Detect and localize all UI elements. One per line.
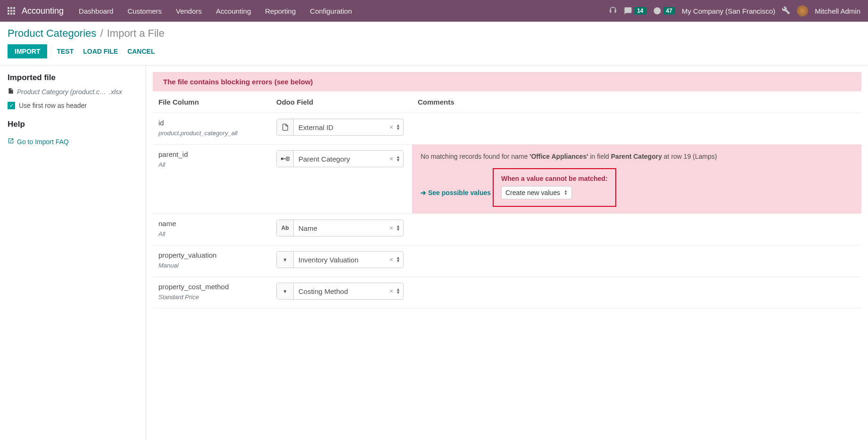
mapping-table: File Column Odoo Field Comments id produ…	[153, 91, 861, 309]
breadcrumb: Product Categories / Import a File	[8, 27, 860, 40]
file-column-name: parent_id	[158, 150, 265, 158]
caret-icon[interactable]: ▲▼	[395, 225, 403, 231]
messages-count: 14	[634, 7, 646, 15]
mismatch-select[interactable]: Create new values ▲▼	[501, 186, 572, 199]
clear-icon[interactable]: ×	[388, 123, 395, 131]
caret-icon[interactable]: ▲▼	[395, 288, 403, 294]
nav-customers[interactable]: Customers	[127, 7, 162, 15]
mismatch-label: When a value cannot be matched:	[501, 175, 608, 182]
th-comments: Comments	[412, 91, 861, 113]
breadcrumb-parent[interactable]: Product Categories	[8, 27, 96, 39]
table-row: property_valuation Manual Inventory Valu…	[153, 245, 861, 277]
action-buttons: IMPORT TEST LOAD FILE CANCEL	[8, 44, 860, 58]
select-type-icon	[277, 252, 294, 268]
external-link-icon	[8, 138, 14, 146]
svg-rect-1	[10, 7, 12, 9]
cancel-button[interactable]: CANCEL	[127, 48, 155, 55]
header-checkbox-label: Use first row as header	[19, 102, 87, 109]
mismatch-box: When a value cannot be matched: Create n…	[493, 168, 616, 207]
field-select[interactable]: Costing Method × ▲▼	[276, 283, 404, 300]
nav-dashboard[interactable]: Dashboard	[79, 7, 113, 15]
company-selector[interactable]: My Company (San Francisco)	[682, 7, 775, 15]
see-possible-values-link[interactable]: ➔ See possible values	[421, 189, 491, 196]
debug-icon[interactable]	[782, 6, 790, 16]
clear-icon[interactable]: ×	[388, 155, 395, 163]
field-value: Inventory Valuation	[294, 256, 388, 264]
clear-icon[interactable]: ×	[388, 256, 395, 263]
mismatch-value: Create new values	[505, 189, 560, 196]
support-icon[interactable]	[609, 6, 617, 16]
content: The file contains blocking errors (see b…	[146, 65, 868, 440]
nav-vendors[interactable]: Vendors	[176, 7, 202, 15]
control-panel: Product Categories / Import a File IMPOR…	[0, 22, 868, 65]
file-column-sample: product.product_category_all	[158, 130, 265, 137]
text-type-icon: Ab	[277, 220, 294, 236]
test-button[interactable]: TEST	[57, 48, 74, 55]
table-row: id product.product_category_all External…	[153, 113, 861, 145]
field-select[interactable]: Inventory Valuation × ▲▼	[276, 251, 404, 268]
file-icon	[8, 87, 14, 96]
activities-count: 47	[663, 7, 675, 15]
file-type-icon	[277, 119, 294, 135]
field-value: External ID	[294, 123, 388, 131]
svg-rect-6	[8, 13, 9, 15]
file-column-name: id	[158, 119, 265, 127]
caret-icon[interactable]: ▲▼	[395, 124, 403, 130]
select-type-icon	[277, 283, 294, 299]
th-odoo-field: Odoo Field	[271, 91, 412, 113]
nav-menu: Dashboard Customers Vendors Accounting R…	[79, 7, 609, 15]
app-brand[interactable]: Accounting	[22, 6, 64, 16]
svg-rect-7	[10, 13, 12, 15]
checkbox-icon[interactable]: ✓	[8, 102, 15, 109]
faq-link-text: Go to Import FAQ	[17, 138, 69, 146]
file-column-name: name	[158, 220, 265, 228]
table-row: property_cost_method Standard Price Cost…	[153, 277, 861, 309]
field-select[interactable]: External ID × ▲▼	[276, 119, 404, 136]
clear-icon[interactable]: ×	[388, 224, 395, 232]
messages-badge[interactable]: 14	[624, 7, 646, 15]
imported-file-row: Product Category (product.c… .xlsx	[8, 87, 138, 96]
sidebar: Imported file Product Category (product.…	[0, 65, 146, 440]
load-file-button[interactable]: LOAD FILE	[83, 48, 118, 55]
clear-icon[interactable]: ×	[388, 287, 395, 295]
svg-rect-0	[8, 7, 9, 9]
svg-rect-3	[8, 10, 9, 12]
help-heading: Help	[8, 120, 138, 129]
svg-rect-2	[13, 7, 15, 9]
svg-rect-5	[13, 10, 15, 12]
svg-rect-8	[13, 13, 15, 15]
breadcrumb-current: Import a File	[107, 27, 165, 39]
file-column-sample: Standard Price	[158, 293, 265, 301]
imported-file-heading: Imported file	[8, 73, 138, 82]
caret-icon: ▲▼	[564, 190, 568, 196]
main-layout: Imported file Product Category (product.…	[0, 65, 868, 440]
field-value: Parent Category	[294, 155, 388, 163]
header-checkbox-row[interactable]: ✓ Use first row as header	[8, 102, 138, 109]
file-ext: .xlsx	[109, 88, 122, 96]
file-column-sample: All	[158, 230, 265, 237]
th-file-column: File Column	[153, 91, 271, 113]
user-name[interactable]: Mitchell Admin	[815, 7, 860, 15]
nav-accounting[interactable]: Accounting	[216, 7, 251, 15]
caret-icon[interactable]: ▲▼	[395, 256, 403, 263]
table-row: parent_id All Parent Category × ▲▼	[153, 145, 861, 214]
apps-icon[interactable]	[8, 7, 15, 15]
import-button[interactable]: IMPORT	[8, 44, 47, 58]
nav-configuration[interactable]: Configuration	[310, 7, 352, 15]
svg-rect-4	[10, 10, 12, 12]
activities-badge[interactable]: 47	[653, 7, 675, 15]
faq-link[interactable]: Go to Import FAQ	[8, 138, 69, 146]
arrow-right-icon: ➔	[421, 189, 426, 196]
file-column-name: property_valuation	[158, 251, 265, 259]
blocking-alert: The file contains blocking errors (see b…	[153, 72, 861, 91]
nav-reporting[interactable]: Reporting	[265, 7, 296, 15]
caret-icon[interactable]: ▲▼	[395, 155, 403, 162]
file-column-sample: All	[158, 161, 265, 168]
error-message: No matching records found for name 'Offi…	[421, 151, 853, 162]
breadcrumb-separator: /	[100, 27, 103, 39]
field-value: Costing Method	[294, 287, 388, 295]
avatar[interactable]	[797, 5, 808, 16]
field-select[interactable]: Parent Category × ▲▼	[276, 150, 404, 167]
file-column-name: property_cost_method	[158, 283, 265, 291]
field-select[interactable]: Ab Name × ▲▼	[276, 220, 404, 236]
